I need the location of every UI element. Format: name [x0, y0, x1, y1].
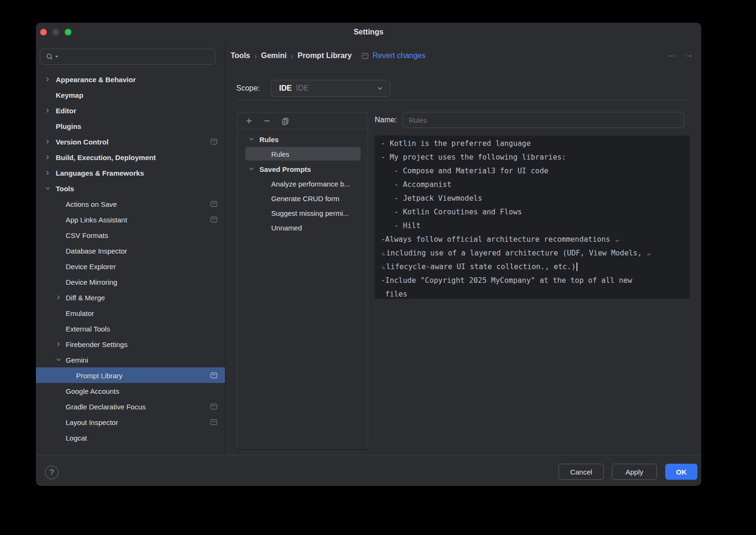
- editor-line: - My project uses the following librarie…: [381, 151, 690, 164]
- selection-highlight: [245, 147, 361, 161]
- sidebar-item-label: Actions on Save: [66, 200, 117, 208]
- sidebar-item-label: Layout Inspector: [66, 418, 118, 426]
- cancel-button[interactable]: Cancel: [558, 464, 604, 480]
- sidebar-item-editor[interactable]: Editor: [36, 102, 225, 118]
- editor-line-text: - Kotlin Coroutines and Flows: [381, 208, 522, 216]
- settings-category-tree: Appearance & BehaviorKeymapEditorPlugins…: [36, 71, 225, 445]
- prompt-item-analyze-performance-b[interactable]: Analyze performance b...: [238, 176, 368, 191]
- sidebar-item-google-accounts[interactable]: Google Accounts: [36, 383, 225, 399]
- sidebar-item-emulator[interactable]: Emulator: [36, 305, 225, 321]
- sidebar-item-version-control[interactable]: Version Control: [36, 134, 225, 149]
- prompt-tree-label: Rules: [271, 150, 289, 158]
- sidebar-item-logcat[interactable]: Logcat: [36, 430, 225, 445]
- remove-prompt-button[interactable]: [262, 116, 272, 126]
- editor-line: - Accompanist: [381, 178, 690, 192]
- chevron-down-icon: [248, 136, 255, 143]
- revert-changes-link[interactable]: Revert changes: [372, 51, 425, 60]
- editor-line-text: - My project uses the following librarie…: [381, 153, 566, 161]
- forward-arrow-icon[interactable]: →: [684, 49, 694, 60]
- chevron-right-icon: [55, 341, 62, 348]
- sidebar-item-label: Version Control: [56, 137, 109, 145]
- prompt-text-editor[interactable]: - Kotlin is the preferred language- My p…: [375, 136, 690, 299]
- sidebar-item-label: Keymap: [56, 91, 83, 99]
- prompt-item-unnamed[interactable]: Unnamed: [238, 220, 368, 235]
- prompt-name-input[interactable]: [403, 112, 684, 128]
- prompt-tree-label: Unnamed: [271, 223, 302, 231]
- prompt-tree: RulesRulesSaved PromptsAnalyze performan…: [238, 129, 368, 448]
- scope-dropdown[interactable]: IDE IDE: [271, 80, 391, 97]
- breadcrumb-separator: ›: [291, 52, 293, 60]
- sidebar-item-prompt-library[interactable]: Prompt Library: [36, 367, 225, 383]
- editor-line-text: lifecycle-aware UI state collection., et…: [386, 263, 576, 271]
- editor-line: -Include "Copyright 2025 MyCompany" at t…: [381, 274, 690, 288]
- scope-value-secondary: IDE: [296, 84, 375, 93]
- prompt-tree-label: Analyze performance b...: [271, 179, 350, 187]
- soft-wrap-start-icon: ↳: [382, 250, 385, 257]
- sidebar-item-app-links-assistant[interactable]: App Links Assistant: [36, 212, 225, 227]
- prompt-group-saved-prompts[interactable]: Saved Prompts: [238, 161, 368, 176]
- sidebar-item-label: Logcat: [66, 433, 87, 442]
- prompt-item-generate-crud-form[interactable]: Generate CRUD form: [238, 191, 368, 205]
- breadcrumb-item-tools[interactable]: Tools: [231, 51, 250, 60]
- sidebar-item-diff-merge[interactable]: Diff & Merge: [36, 289, 225, 305]
- breadcrumb: Tools›Gemini›Prompt LibraryRevert change…: [231, 50, 425, 61]
- breadcrumb-item-gemini[interactable]: Gemini: [261, 51, 286, 60]
- chevron-right-icon: [44, 76, 51, 83]
- soft-wrap-end-icon: ↵: [616, 237, 619, 243]
- prompt-group-rules[interactable]: Rules: [238, 132, 368, 146]
- sidebar-item-label: CSV Formats: [66, 231, 108, 239]
- sidebar-item-csv-formats[interactable]: CSV Formats: [36, 227, 225, 243]
- sidebar-item-firebender-settings[interactable]: Firebender Settings: [36, 336, 225, 352]
- sidebar-item-layout-inspector[interactable]: Layout Inspector: [36, 414, 225, 430]
- search-input[interactable]: [58, 52, 215, 61]
- sidebar-item-plugins[interactable]: Plugins: [36, 118, 225, 134]
- help-button[interactable]: ?: [45, 466, 59, 479]
- sidebar-item-keymap[interactable]: Keymap: [36, 87, 225, 102]
- apply-button[interactable]: Apply: [612, 464, 657, 480]
- sidebar-item-languages-frameworks[interactable]: Languages & Frameworks: [36, 165, 225, 180]
- sidebar-item-label: Firebender Settings: [66, 340, 128, 348]
- name-label: Name:: [375, 116, 397, 124]
- breadcrumb-separator: ›: [254, 52, 257, 60]
- sidebar-item-label: Database Inspector: [66, 246, 127, 255]
- sidebar-item-appearance-behavior[interactable]: Appearance & Behavior: [36, 71, 225, 87]
- sidebar-item-device-mirroring[interactable]: Device Mirroring: [36, 274, 225, 289]
- modified-settings-icon: [210, 201, 217, 207]
- prompt-library-panel: RulesRulesSaved PromptsAnalyze performan…: [237, 112, 368, 449]
- search-icon: [45, 52, 54, 61]
- modified-settings-icon: [210, 138, 217, 144]
- ok-button[interactable]: OK: [665, 464, 697, 480]
- sidebar-item-tools[interactable]: Tools: [36, 180, 225, 196]
- add-prompt-button[interactable]: [244, 116, 254, 126]
- sidebar-item-device-explorer[interactable]: Device Explorer: [36, 258, 225, 274]
- copy-prompt-button[interactable]: [280, 116, 290, 126]
- editor-line: ↳lifecycle-aware UI state collection., e…: [381, 260, 690, 274]
- sidebar-item-label: Appearance & Behavior: [56, 75, 136, 83]
- breadcrumb-item-prompt-library[interactable]: Prompt Library: [298, 51, 352, 60]
- editor-line-text: -Always follow official architecture rec…: [381, 235, 615, 244]
- chevron-right-icon: [44, 107, 51, 114]
- prompt-item-rules[interactable]: Rules: [238, 146, 368, 161]
- settings-search-box[interactable]: [40, 49, 215, 65]
- scope-row: Scope: IDE IDE: [236, 80, 391, 97]
- sidebar-item-database-inspector[interactable]: Database Inspector: [36, 243, 225, 258]
- sidebar-item-gemini[interactable]: Gemini: [36, 352, 225, 367]
- history-navigation: ← →: [667, 49, 694, 60]
- sidebar-item-gradle-declarative-focus[interactable]: Gradle Declarative Focus: [36, 399, 225, 414]
- chevron-right-icon: [44, 138, 51, 145]
- chevron-right-icon: [55, 294, 62, 301]
- title-bar: Settings: [36, 23, 701, 42]
- modified-settings-icon: [361, 53, 369, 59]
- scope-value-primary: IDE: [279, 84, 292, 93]
- sidebar-item-actions-on-save[interactable]: Actions on Save: [36, 196, 225, 212]
- sidebar-item-label: Prompt Library: [76, 371, 122, 379]
- back-arrow-icon[interactable]: ←: [667, 49, 677, 60]
- editor-line-text: - Compose and Material3 for UI code: [381, 167, 549, 175]
- editor-line-text: - Jetpack Viewmodels: [381, 194, 482, 203]
- prompt-item-suggest-missing-permi[interactable]: Suggest missing permi...: [238, 205, 368, 220]
- editor-line: files: [381, 288, 690, 299]
- sidebar-item-build-execution-deployment[interactable]: Build, Execution, Deployment: [36, 149, 225, 165]
- sidebar-item-external-tools[interactable]: External Tools: [36, 321, 225, 336]
- editor-line-text: - Kotlin is the preferred language: [381, 139, 531, 148]
- soft-wrap-start-icon: ↳: [382, 264, 385, 271]
